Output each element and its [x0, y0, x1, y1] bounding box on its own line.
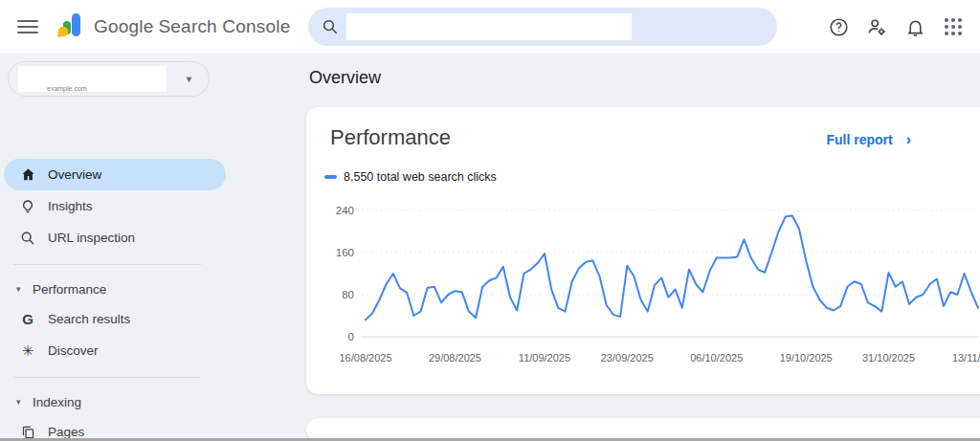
product-logo[interactable]: GoogleSearch Console — [56, 10, 290, 44]
product-name: GoogleSearch Console — [94, 16, 290, 37]
google-apps-grid-icon[interactable] — [934, 8, 972, 46]
sidebar-section-indexing[interactable]: ▾ Indexing — [0, 387, 230, 416]
sidebar-divider — [13, 264, 201, 265]
search-console-logo-icon — [56, 11, 84, 43]
legend-series-label: 8,550 total web search clicks — [344, 170, 497, 184]
google-g-icon: G — [18, 312, 37, 326]
collapse-caret-icon: ▾ — [16, 397, 28, 407]
property-selector-dropdown[interactable]: example.com ▼ — [8, 61, 210, 97]
svg-text:11/09/2025: 11/09/2025 — [519, 352, 570, 364]
global-search-bar[interactable] — [308, 8, 777, 46]
performance-card: Performance Full report › 8,550 total we… — [306, 107, 980, 394]
user-settings-icon[interactable] — [858, 8, 896, 46]
svg-text:13/11/2025: 13/11/2025 — [952, 352, 980, 364]
legend-series-dash-icon — [324, 175, 337, 179]
section-label: Performance — [33, 282, 106, 297]
property-domain-label: example.com — [47, 85, 87, 92]
performance-card-title: Performance — [330, 125, 451, 150]
sidebar-nav: Overview Insights URL inspection — [0, 159, 230, 441]
chevron-down-icon: ▼ — [185, 75, 193, 84]
discover-asterisk-icon: ✳ — [18, 343, 37, 358]
sidebar-item-url-inspection[interactable]: URL inspection — [0, 222, 230, 254]
collapse-caret-icon: ▾ — [16, 284, 28, 294]
sidebar-item-label: Insights — [48, 199, 93, 213]
search-input[interactable] — [346, 13, 632, 40]
sidebar-divider — [13, 377, 201, 378]
section-label: Indexing — [33, 395, 81, 409]
brand-google: Google — [94, 16, 153, 36]
svg-text:240: 240 — [336, 205, 354, 216]
sidebar-item-discover[interactable]: ✳ Discover — [0, 335, 230, 366]
svg-text:23/09/2025: 23/09/2025 — [601, 352, 654, 364]
line-chart-svg: 08016024016/08/202529/08/202511/09/20252… — [316, 201, 980, 371]
svg-text:16/08/2025: 16/08/2025 — [339, 352, 391, 364]
svg-text:06/10/2025: 06/10/2025 — [690, 352, 743, 364]
chart-legend: 8,550 total web search clicks — [324, 170, 497, 184]
sidebar-item-label: Pages — [48, 425, 84, 439]
svg-text:19/10/2025: 19/10/2025 — [780, 352, 833, 364]
lightbulb-icon — [18, 199, 37, 214]
sidebar-item-insights[interactable]: Insights — [0, 190, 230, 222]
svg-text:29/08/2025: 29/08/2025 — [429, 352, 481, 364]
sidebar-item-label: Discover — [48, 343, 99, 358]
svg-text:80: 80 — [342, 289, 354, 300]
svg-text:0: 0 — [348, 331, 354, 342]
sidebar-item-label: URL inspection — [48, 231, 135, 245]
property-name-overlay — [18, 66, 167, 92]
sidebar-item-label: Overview — [48, 167, 101, 182]
brand-search-console: Search Console — [158, 16, 290, 36]
top-app-bar: GoogleSearch Console — [0, 0, 980, 54]
full-report-label: Full report — [826, 132, 892, 147]
home-icon — [18, 166, 37, 183]
sidebar-section-performance[interactable]: ▾ Performance — [0, 275, 230, 303]
chevron-right-icon: › — [906, 131, 911, 148]
svg-text:31/10/2025: 31/10/2025 — [862, 352, 915, 364]
header-action-icons — [819, 0, 972, 54]
hamburger-menu-icon[interactable] — [17, 17, 38, 36]
page-title: Overview — [309, 68, 381, 88]
clicks-line-chart: 08016024016/08/202529/08/202511/09/20252… — [316, 201, 980, 371]
sidebar-item-label: Search results — [48, 312, 130, 326]
sidebar-item-search-results[interactable]: G Search results — [0, 303, 230, 335]
sidebar-item-overview[interactable]: Overview — [0, 159, 230, 190]
magnifier-icon — [18, 231, 37, 246]
full-report-link[interactable]: Full report › — [826, 131, 911, 148]
notifications-bell-icon[interactable] — [896, 8, 934, 46]
search-icon — [322, 18, 339, 35]
left-navigation-sidebar: example.com ▼ Overview Insights — [0, 54, 287, 441]
svg-text:160: 160 — [336, 247, 354, 258]
help-icon[interactable] — [819, 8, 858, 46]
